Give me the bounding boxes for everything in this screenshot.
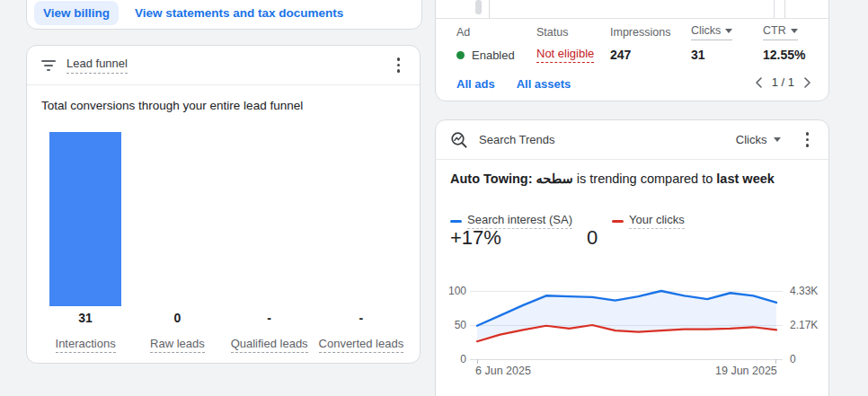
next-page-icon[interactable] — [802, 76, 811, 89]
funnel-stage-interactions[interactable]: Interactions — [56, 337, 116, 353]
funnel-bar[interactable] — [49, 132, 121, 306]
legend-label[interactable]: Your clicks — [629, 213, 685, 229]
funnel-values-row: 31 0 - - — [40, 311, 407, 325]
table-cell-divider — [784, 0, 785, 18]
column-header-impressions[interactable]: Impressions — [610, 26, 691, 39]
ctr-value: 12.55% — [763, 48, 819, 62]
y-axis-tick-right: 0 — [790, 353, 796, 365]
view-statements-link[interactable]: View statements and tax documents — [135, 6, 343, 20]
column-header-status[interactable]: Status — [536, 26, 610, 39]
column-header-clicks[interactable]: Clicks — [691, 24, 732, 40]
funnel-stage-qualified-leads[interactable]: Qualified leads — [231, 337, 308, 353]
search-trends-icon — [450, 131, 468, 149]
metric-selector-value: Clicks — [736, 133, 767, 146]
scrollbar-thumb[interactable] — [475, 0, 482, 14]
metric-selector-dropdown[interactable]: Clicks — [736, 133, 781, 146]
chevron-down-icon — [774, 137, 781, 142]
lead-funnel-subtitle: Total conversions through your entire le… — [41, 99, 303, 112]
ads-links: All ads All assets — [456, 77, 571, 91]
all-ads-link[interactable]: All ads — [456, 77, 495, 91]
your-clicks-change: 0 — [587, 226, 598, 250]
status-not-eligible[interactable]: Not eligible — [536, 47, 594, 63]
y-axis-tick-right: 2.17K — [790, 319, 818, 331]
search-interest-change: +17% — [450, 226, 501, 250]
previous-page-icon[interactable] — [755, 76, 764, 89]
search-trends-header: Search Trends Clicks — [436, 120, 828, 160]
y-axis-tick-left: 50 — [443, 319, 466, 331]
search-trends-card: Search Trends Clicks Auto Towing: سطحه i… — [435, 119, 829, 396]
funnel-value: - — [315, 311, 407, 325]
clicks-value: 31 — [691, 48, 763, 62]
enabled-status-icon — [456, 51, 465, 59]
billing-card: View billing View statements and tax doc… — [26, 0, 422, 30]
table-cell-divider — [489, 0, 490, 18]
page-indicator: 1 / 1 — [772, 75, 794, 89]
funnel-labels-row: Interactions Raw leads Qualified leads C… — [40, 335, 407, 351]
blue-line-swatch — [450, 220, 462, 223]
funnel-stage-converted-leads[interactable]: Converted leads — [319, 337, 404, 353]
ads-table-row: Enabled Not eligible 247 31 12.55% — [456, 45, 819, 65]
x-axis-label-start: 6 Jun 2025 — [475, 365, 531, 377]
lead-funnel-chart — [40, 132, 407, 306]
ad-state-label: Enabled — [472, 48, 515, 62]
view-billing-button[interactable]: View billing — [34, 1, 119, 25]
trends-line-chart[interactable] — [477, 287, 776, 363]
funnel-value: 31 — [40, 311, 131, 325]
lead-funnel-title[interactable]: Lead funnel — [66, 57, 128, 74]
ad-state-cell[interactable]: Enabled — [456, 48, 536, 62]
pagination: 1 / 1 — [755, 75, 811, 89]
column-header-ctr[interactable]: CTR — [763, 24, 798, 40]
red-line-swatch — [612, 220, 624, 223]
funnel-stage-raw-leads[interactable]: Raw leads — [150, 337, 205, 353]
all-assets-link[interactable]: All assets — [517, 77, 571, 91]
filter-icon — [41, 60, 56, 71]
lead-funnel-header: Lead funnel — [27, 46, 420, 85]
impressions-value: 247 — [610, 48, 691, 62]
table-cell-divider — [774, 0, 775, 18]
trends-headline: Auto Towing: سطحه is trending compared t… — [450, 172, 775, 186]
column-header-ad[interactable]: Ad — [456, 26, 536, 39]
sort-arrow-icon — [791, 29, 798, 33]
funnel-value: 0 — [131, 311, 223, 325]
legend-item-your-clicks: Your clicks — [612, 213, 685, 229]
ads-table-card: Ad Status Impressions Clicks CTR Enabled… — [435, 0, 829, 101]
more-options-icon[interactable] — [392, 52, 406, 78]
search-trends-title: Search Trends — [479, 133, 555, 146]
y-axis-tick-right: 4.33K — [790, 285, 818, 297]
row-divider — [436, 18, 828, 19]
sort-arrow-icon — [725, 29, 732, 33]
funnel-value: - — [224, 311, 315, 325]
ads-table-header: Ad Status Impressions Clicks CTR — [456, 24, 819, 40]
x-axis-label-end: 19 Jun 2025 — [715, 365, 777, 377]
y-axis-tick-left: 0 — [443, 353, 466, 365]
y-axis-tick-left: 100 — [443, 285, 466, 297]
more-options-icon[interactable] — [801, 127, 815, 153]
lead-funnel-card: Lead funnel Total conversions through yo… — [26, 45, 421, 364]
